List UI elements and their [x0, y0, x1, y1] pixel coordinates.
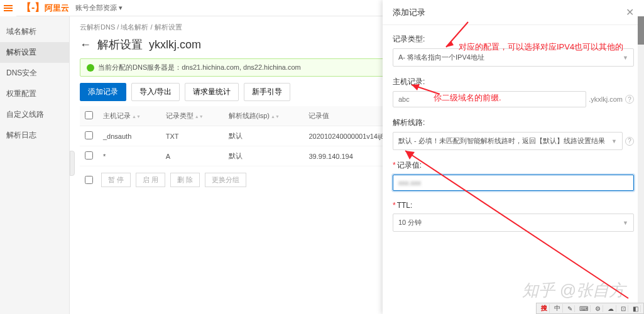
- ime-btn[interactable]: ⚙: [593, 305, 603, 312]
- ttl-select[interactable]: 10 分钟 ▼: [393, 214, 634, 232]
- ime-btn[interactable]: ⌨: [577, 305, 591, 312]
- type-label: 记录类型:: [393, 34, 634, 45]
- row-checkbox[interactable]: [85, 151, 93, 160]
- record-type-select[interactable]: A- 将域名指向一个IPV4地址 ▼: [393, 48, 634, 67]
- sort-icon: ▲▼: [132, 115, 141, 118]
- sidebar: 域名解析 解析设置 DNS安全 权重配置 自定义线路 解析日志: [0, 16, 70, 314]
- bulk-checkbox[interactable]: [85, 176, 93, 184]
- cell-host: *: [98, 146, 161, 166]
- watermark: 知乎 @张自方: [522, 279, 625, 301]
- info-text: 当前分配的DNS服务器是：dns21.hichina.com, dns22.hi…: [98, 63, 301, 72]
- ime-lang[interactable]: 中: [552, 304, 563, 313]
- pause-button[interactable]: 暂 停: [101, 173, 131, 187]
- crumb-leaf: 解析设置: [155, 23, 182, 31]
- ime-toolbar[interactable]: 搜 中 ✎ ⌨ ⚙ ☁ ⊡ ◧: [536, 303, 644, 314]
- delete-button[interactable]: 删 除: [170, 173, 200, 187]
- sidebar-item-domain[interactable]: 域名解析: [0, 21, 69, 42]
- guide-button[interactable]: 新手引导: [244, 83, 290, 101]
- scrollbar-thumb[interactable]: [638, 16, 644, 45]
- sidebar-item-log[interactable]: 解析日志: [0, 125, 69, 146]
- value-label: *记录值:: [393, 160, 634, 171]
- select-all-checkbox[interactable]: [85, 111, 93, 119]
- host-suffix: .ykxlkj.com: [589, 95, 623, 103]
- col-type[interactable]: 记录类型▲▼: [161, 106, 224, 126]
- help-icon[interactable]: ?: [625, 137, 634, 146]
- sort-icon: ▲▼: [271, 115, 280, 118]
- page-domain: ykxlkj.com: [149, 38, 201, 51]
- stats-button[interactable]: 请求量统计: [185, 83, 239, 101]
- cell-line: 默认: [224, 126, 304, 146]
- close-icon[interactable]: ✕: [626, 6, 634, 18]
- sidebar-item-custom[interactable]: 自定义线路: [0, 104, 69, 125]
- add-record-button[interactable]: 添加记录: [80, 83, 126, 101]
- line-label: 解析线路:: [393, 117, 634, 128]
- record-value-input[interactable]: xxx.xxx: [393, 175, 634, 191]
- hamburger-icon: [4, 4, 13, 13]
- ime-logo-icon: 搜: [539, 304, 550, 313]
- cell-host: _dnsauth: [98, 126, 161, 146]
- cell-type: TXT: [161, 126, 224, 146]
- crumb-mid[interactable]: 域名解析: [121, 23, 148, 31]
- sidebar-toggle[interactable]: [70, 151, 75, 176]
- cell-type: A: [161, 146, 224, 166]
- enable-button[interactable]: 启 用: [136, 173, 165, 187]
- logo-text: 阿里云: [45, 3, 69, 14]
- menu-button[interactable]: [0, 0, 16, 16]
- sidebar-item-records[interactable]: 解析设置: [0, 42, 69, 63]
- crumb-root[interactable]: 云解析DNS: [80, 23, 115, 31]
- line-select[interactable]: 默认 - 必填！未匹配到智能解析线路时，返回【默认】线路设置结果 ▼: [393, 132, 623, 150]
- replace-button[interactable]: 更换分组: [205, 173, 246, 187]
- col-line[interactable]: 解析线路(isp)▲▼: [224, 106, 304, 126]
- col-host[interactable]: 主机记录▲▼: [98, 106, 161, 126]
- logo-icon: 【-】: [21, 1, 45, 14]
- ime-btn[interactable]: ☁: [606, 305, 616, 312]
- chevron-down-icon: ▾: [119, 4, 123, 12]
- status-dot-icon: [87, 64, 94, 72]
- import-export-button[interactable]: 导入/导出: [131, 83, 180, 101]
- chevron-down-icon: ▼: [623, 220, 628, 226]
- chevron-down-icon: ▼: [623, 55, 628, 61]
- ttl-label: *TTL:: [393, 201, 634, 210]
- account-selector[interactable]: 账号全部资源 ▾: [75, 3, 123, 13]
- row-checkbox[interactable]: [85, 131, 93, 139]
- sidebar-item-weight[interactable]: 权重配置: [0, 84, 69, 104]
- back-arrow-icon[interactable]: ←: [80, 38, 91, 51]
- sort-icon: ▲▼: [195, 115, 204, 118]
- add-record-modal: 添加记录 ✕ 记录类型: A- 将域名指向一个IPV4地址 ▼ 主机记录: .y…: [383, 0, 644, 314]
- logo: 【-】 阿里云: [21, 1, 69, 14]
- ime-btn[interactable]: ✎: [565, 305, 575, 312]
- modal-title: 添加记录: [393, 7, 425, 18]
- scrollbar[interactable]: [638, 16, 644, 303]
- sidebar-item-dnssec[interactable]: DNS安全: [0, 63, 69, 84]
- chevron-down-icon: ▼: [611, 138, 617, 144]
- ime-btn[interactable]: ◧: [631, 305, 641, 312]
- help-icon[interactable]: ?: [625, 95, 634, 104]
- host-input[interactable]: [393, 91, 586, 107]
- page-title: 解析设置: [97, 37, 143, 52]
- cell-line: 默认: [224, 146, 304, 166]
- ime-btn[interactable]: ⊡: [619, 305, 628, 312]
- host-label: 主机记录:: [393, 77, 634, 87]
